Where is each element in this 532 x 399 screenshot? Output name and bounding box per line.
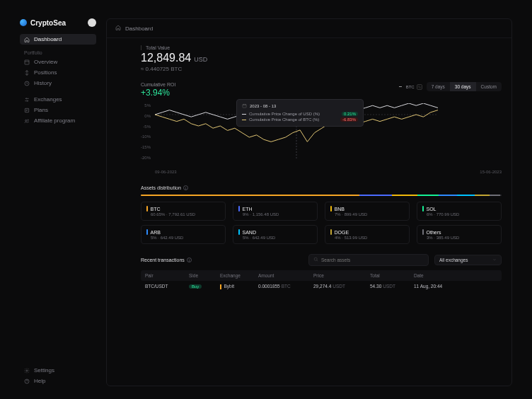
col-exchange: Exchange <box>220 273 258 278</box>
total-value-currency: USD <box>194 56 207 63</box>
asset-card[interactable]: SOL6% · 770.99 USD <box>417 202 502 221</box>
dist-segment <box>141 195 359 196</box>
svg-point-5 <box>26 370 28 371</box>
affiliate-icon <box>24 118 30 124</box>
dist-segment <box>417 195 439 196</box>
asset-card[interactable]: DOGE4% · 513.99 USD <box>325 225 410 244</box>
asset-symbol: SOL <box>427 207 436 212</box>
search-input[interactable] <box>321 258 424 262</box>
exchange-filter-select[interactable]: All exchanges <box>434 255 502 265</box>
roi-label: Cumulative ROI <box>141 82 175 87</box>
positions-icon <box>24 70 30 76</box>
range-30d[interactable]: 30 days <box>450 82 476 91</box>
avatar[interactable] <box>88 18 96 27</box>
series-swatch-icon <box>242 120 246 120</box>
info-icon[interactable]: i <box>187 258 192 262</box>
y-tick: 0% <box>138 114 151 118</box>
transactions-table: Pair Side Exchange Amount Price Total Da… <box>141 270 502 292</box>
roi-value: +3.94% <box>141 88 175 98</box>
dist-segment <box>475 195 489 196</box>
svg-point-3 <box>25 120 27 121</box>
total-value-number: 12,849.84 <box>141 52 191 64</box>
col-side: Side <box>189 273 220 278</box>
sidebar: CryptoSea Dashboard Portfolio Overview P… <box>20 18 96 386</box>
cell-price: 29,274.4USDT <box>313 284 370 289</box>
asset-card[interactable]: SAND5% · 642.49 USD <box>233 225 318 244</box>
asset-symbol: ARB <box>151 230 161 235</box>
sidebar-item-plans[interactable]: Plans <box>20 105 96 115</box>
sidebar-item-label: Plans <box>34 107 48 113</box>
asset-color-icon <box>146 206 148 212</box>
sidebar-item-affiliate[interactable]: Affiliate program <box>20 115 96 126</box>
sidebar-item-settings[interactable]: Settings <box>20 365 96 376</box>
dist-segment <box>490 195 500 196</box>
chart-area[interactable]: 5% 0% -5% -10% -15% -20% 09-06-2023 15-0… <box>141 103 502 174</box>
cell-pair: BTC/USDT <box>145 284 189 289</box>
svg-rect-0 <box>25 60 29 64</box>
price-cur: USDT <box>332 284 345 289</box>
asset-color-icon <box>238 229 240 235</box>
dist-segment <box>439 195 457 196</box>
sidebar-item-dashboard[interactable]: Dashboard <box>20 34 96 45</box>
asset-color-icon <box>422 206 424 212</box>
sidebar-item-exchanges[interactable]: Exchanges <box>20 94 96 105</box>
sidebar-item-label: Dashboard <box>34 36 62 42</box>
asset-symbol: ETH <box>243 207 253 212</box>
asset-stats: 6% · 770.99 USD <box>427 212 496 216</box>
sidebar-item-overview[interactable]: Overview <box>20 57 96 67</box>
brand-logo-icon <box>20 19 27 26</box>
transactions-title: Recent transactions i <box>141 258 192 262</box>
y-tick: 5% <box>138 103 151 108</box>
eye-off-icon[interactable] <box>417 84 422 90</box>
total-value: Total Value 12,849.84USD ≈ 0.440725 BTC <box>141 45 502 72</box>
exchange-color-icon <box>220 284 221 289</box>
cell-date: 11 Aug, 20:44 <box>414 284 497 289</box>
table-header-row: Pair Side Exchange Amount Price Total Da… <box>141 270 502 281</box>
info-icon[interactable]: i <box>183 185 188 190</box>
col-total: Total <box>370 273 414 278</box>
sidebar-item-history[interactable]: History <box>20 78 96 88</box>
cell-total: 54.30USDT <box>370 284 414 289</box>
asset-card[interactable]: ARB5% · 642.49 USD <box>141 225 226 244</box>
col-date: Date <box>414 273 497 278</box>
plans-icon <box>24 108 30 113</box>
dist-segment <box>392 195 417 196</box>
y-tick: -20% <box>138 156 151 160</box>
main-panel: Dashboard Total Value 12,849.84USD ≈ 0.4… <box>106 18 512 386</box>
exchanges-icon <box>24 97 30 103</box>
sidebar-item-label: Settings <box>34 367 54 374</box>
history-icon <box>24 81 30 86</box>
asset-card[interactable]: Others3% · 385.49 USD <box>417 225 502 244</box>
col-price: Price <box>313 273 370 278</box>
cell-amount: 0.0001855BTC <box>258 284 313 289</box>
tooltip-label: Cumulative Price Change of USD (%) <box>249 112 339 116</box>
section-title-text: Recent transactions <box>141 258 185 262</box>
range-7d[interactable]: 7 days <box>427 82 450 91</box>
range-custom[interactable]: Custom <box>476 82 502 91</box>
col-pair: Pair <box>145 273 189 278</box>
x-tick: 09-06-2023 <box>155 170 177 174</box>
asset-color-icon <box>146 229 148 235</box>
legend-label: BTC <box>406 85 415 89</box>
price-val: 29,274.4 <box>313 284 331 289</box>
asset-card[interactable]: ETH9% · 1,156.48 USD <box>233 202 318 221</box>
asset-card[interactable]: BNB7% · 899.49 USD <box>325 202 410 221</box>
svg-rect-9 <box>243 104 246 108</box>
asset-stats: 5% · 642.49 USD <box>151 236 220 240</box>
y-tick: -15% <box>138 145 151 149</box>
series-swatch-icon <box>242 114 246 115</box>
total-cur: USDT <box>383 284 395 289</box>
asset-color-icon <box>238 206 240 212</box>
table-row[interactable]: BTC/USDT Buy Bybit 0.0001855BTC 29,274.4… <box>141 281 502 292</box>
asset-color-icon <box>330 229 332 235</box>
search-input-wrapper[interactable] <box>308 254 429 266</box>
sidebar-item-help[interactable]: Help <box>20 376 96 386</box>
sidebar-item-label: Exchanges <box>34 96 62 103</box>
sidebar-item-positions[interactable]: Positions <box>20 67 96 78</box>
asset-symbol: Others <box>427 230 441 235</box>
breadcrumb: Dashboard <box>107 19 511 38</box>
asset-symbol: BNB <box>335 207 345 212</box>
help-icon <box>24 378 30 384</box>
asset-card[interactable]: BTC60.65% · 7,792.61 USD <box>141 202 226 221</box>
asset-symbol: SAND <box>243 230 256 235</box>
